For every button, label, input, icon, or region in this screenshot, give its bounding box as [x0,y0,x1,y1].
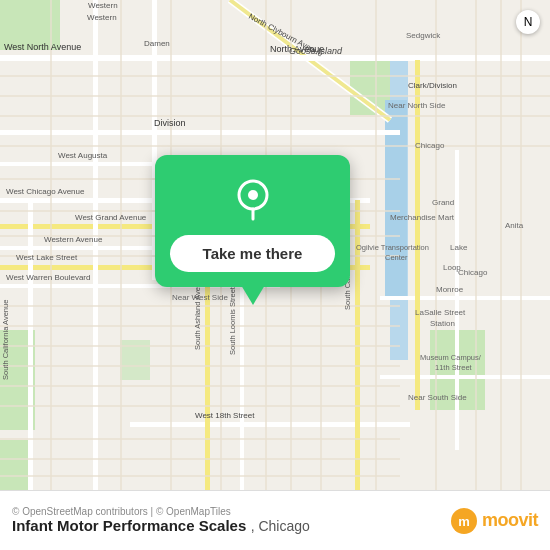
svg-rect-21 [380,375,550,379]
svg-text:Western: Western [88,1,118,10]
svg-text:Anita: Anita [505,221,524,230]
svg-text:Near South Side: Near South Side [408,393,467,402]
svg-rect-47 [50,0,52,490]
svg-text:Museum Campus/: Museum Campus/ [420,353,482,362]
svg-text:Monroe: Monroe [436,285,464,294]
svg-rect-46 [0,475,400,477]
svg-text:Clark/Division: Clark/Division [408,81,457,90]
moovit-text: moovit [482,510,538,531]
svg-text:Merchandise Mart: Merchandise Mart [390,213,455,222]
bottom-bar: © OpenStreetMap contributors | © OpenMap… [0,490,550,550]
svg-rect-58 [520,0,522,490]
moovit-icon: m [450,507,478,535]
compass-label: N [524,15,533,29]
svg-text:Chicago: Chicago [415,141,445,150]
svg-rect-24 [93,0,98,490]
svg-text:West Grand Avenue: West Grand Avenue [75,213,147,222]
svg-rect-48 [120,0,122,490]
compass: N [516,10,540,34]
svg-text:West North Avenue: West North Avenue [4,42,81,52]
location-title: Infant Motor Performance Scales [12,517,246,534]
pin-icon [228,175,278,225]
svg-rect-29 [455,150,459,450]
take-me-there-button[interactable]: Take me there [170,235,335,272]
svg-rect-41 [0,365,400,367]
bottom-left-section: © OpenStreetMap contributors | © OpenMap… [12,506,310,535]
svg-rect-31 [0,95,550,97]
svg-text:Near North Side: Near North Side [388,101,446,110]
location-info: Infant Motor Performance Scales , Chicag… [12,517,310,535]
svg-text:m: m [458,514,470,529]
svg-text:Chicago: Chicago [458,268,488,277]
svg-rect-55 [435,0,437,490]
svg-rect-45 [0,458,400,460]
svg-rect-11 [0,55,550,61]
map-attribution: © OpenStreetMap contributors | © OpenMap… [12,506,310,517]
svg-rect-12 [0,130,400,135]
svg-rect-33 [0,145,550,147]
svg-rect-5 [0,440,30,490]
svg-text:11th Street: 11th Street [435,363,473,372]
svg-text:West 18th Street: West 18th Street [195,411,255,420]
svg-text:Grand: Grand [432,198,454,207]
svg-rect-30 [0,75,550,77]
svg-text:Western: Western [87,13,117,22]
svg-text:West Augusta: West Augusta [58,151,108,160]
svg-text:Station: Station [430,319,455,328]
svg-text:Damen: Damen [144,39,170,48]
svg-text:LaSalle Street: LaSalle Street [415,308,466,317]
moovit-logo: m moovit [450,507,538,535]
svg-text:Sedgwick: Sedgwick [406,31,441,40]
svg-point-99 [248,190,258,200]
svg-rect-44 [0,438,400,440]
svg-text:South Loomis Street: South Loomis Street [228,286,237,355]
svg-text:Ogilvie Transportation: Ogilvie Transportation [356,243,429,252]
svg-rect-56 [475,0,477,490]
svg-rect-43 [0,405,400,407]
location-city: , Chicago [251,518,310,534]
svg-text:West Lake Street: West Lake Street [16,253,78,262]
svg-text:Division: Division [154,118,186,128]
svg-text:Western Avenue: Western Avenue [44,235,103,244]
svg-rect-57 [500,0,502,490]
svg-text:West Warren Boulevard: West Warren Boulevard [6,273,90,282]
svg-rect-32 [0,115,550,117]
svg-text:West Chicago Avenue: West Chicago Avenue [6,187,85,196]
svg-text:Center: Center [385,253,408,262]
svg-rect-19 [380,296,550,300]
location-popup: Take me there [155,155,350,287]
svg-rect-42 [0,385,400,387]
svg-text:South California Avenue: South California Avenue [1,300,10,380]
svg-text:Lake: Lake [450,243,468,252]
map-container: West North Avenue North Avenue Western D… [0,0,550,490]
